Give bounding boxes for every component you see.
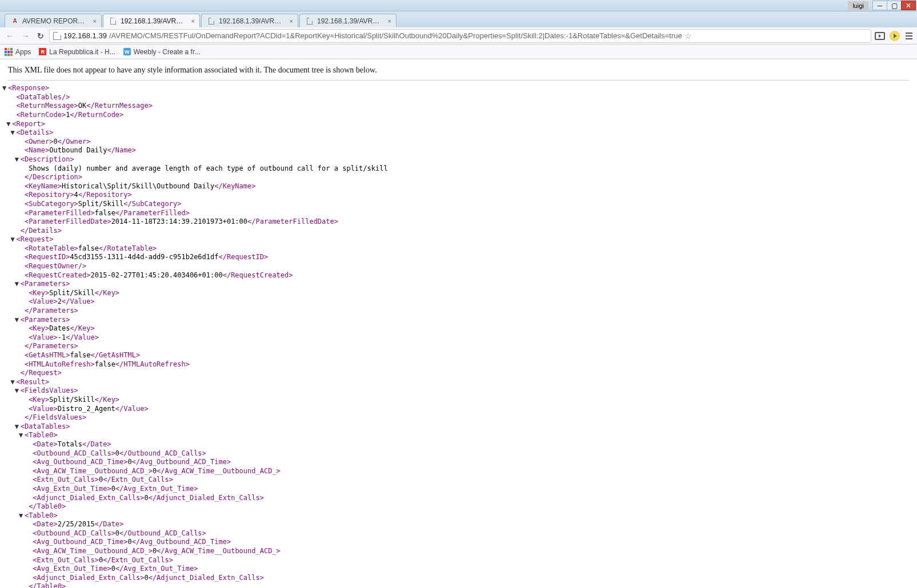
xml-node: ▼<Table0> — [8, 431, 909, 440]
xml-node: <RotateTable>false</RotateTable> — [8, 244, 909, 253]
minimize-button[interactable]: ─ — [872, 1, 887, 10]
xml-node: <Outbound_ACD_Calls>0</Outbound_ACD_Call… — [8, 529, 909, 538]
tab-close-icon[interactable]: × — [387, 18, 393, 25]
xml-node: <RequestCreated>2015-02-27T01:45:20.4034… — [8, 271, 909, 280]
xml-node: <Extn_Out_Calls>0</Extn_Out_Calls> — [8, 556, 909, 565]
close-window-button[interactable]: ✕ — [901, 1, 916, 10]
xml-node: <Avg_Extn_Out_Time>0</Avg_Extn_Out_Time> — [8, 565, 909, 574]
xml-node: ▼<Response> — [8, 84, 909, 93]
toggle-icon[interactable]: ▼ — [10, 378, 16, 387]
xml-node: <Owner>0</Owner> — [8, 138, 909, 147]
xml-node: </FieldsValues> — [8, 413, 909, 422]
xml-node: ▼<Description> — [8, 155, 909, 164]
extension-play-icon[interactable] — [890, 31, 900, 41]
xml-node: ▼<Result> — [8, 378, 909, 387]
toggle-icon[interactable]: ▼ — [15, 316, 21, 325]
forward-button[interactable]: → — [19, 30, 32, 42]
xml-node: </Description> — [8, 173, 909, 182]
xml-node: <Key>Split/Skill</Key> — [8, 289, 909, 298]
xml-node: <Value>Distro_2_Agent</Value> — [8, 405, 909, 414]
toggle-icon[interactable]: ▼ — [10, 235, 16, 244]
cast-icon[interactable] — [875, 32, 885, 40]
url-bar[interactable]: 192.168.1.39 /AVREMO/CMS/RESTFul/OnDeman… — [49, 29, 871, 43]
toggle-icon[interactable]: ▼ — [15, 155, 21, 164]
bookmark-weebly[interactable]: W Weebly - Create a fr... — [123, 48, 201, 56]
maximize-button[interactable]: ▢ — [887, 1, 902, 10]
toolbar: ← → ↻ 192.168.1.39 /AVREMO/CMS/RESTFul/O… — [0, 27, 917, 45]
apps-label: Apps — [15, 48, 31, 56]
tab-title: 192.168.1.39/AVREMO/CM — [121, 17, 187, 25]
xml-node: <Value>2</Value> — [8, 297, 909, 307]
xml-node: <GetAsHTML>false</GetAsHTML> — [8, 351, 909, 360]
page-icon — [53, 32, 61, 40]
tab-close-icon[interactable]: × — [92, 18, 98, 25]
bookmark-repubblica[interactable]: R La Repubblica.it - H... — [39, 48, 115, 56]
toolbar-right — [875, 31, 914, 41]
bookmarks-bar: Apps R La Repubblica.it - H... W Weebly … — [0, 45, 917, 59]
xml-info-banner: This XML file does not appear to have an… — [8, 65, 909, 80]
tab-close-icon[interactable]: × — [190, 18, 196, 25]
toggle-icon[interactable]: ▼ — [2, 84, 8, 93]
bookmark-label: Weebly - Create a fr... — [134, 48, 201, 56]
toggle-icon[interactable]: ▼ — [6, 120, 12, 129]
xml-node: Shows (daily) number and average length … — [8, 164, 909, 174]
tab-2[interactable]: 192.168.1.39/AVREMO/CM × — [201, 14, 298, 27]
xml-node: <Date>Totals</Date> — [8, 440, 909, 449]
xml-node: <ParameterFilled>false</ParameterFilled> — [8, 209, 909, 218]
xml-node: <Repository>4</Repository> — [8, 191, 909, 200]
xml-node: ▼<Parameters> — [8, 280, 909, 289]
favicon-r-icon: R — [39, 48, 46, 55]
url-path: /AVREMO/CMS/RESTFul/OnDemandReport?ACDid… — [109, 31, 682, 40]
user-badge: luigi — [848, 1, 868, 10]
apps-icon — [5, 48, 13, 56]
xml-node: <Date>2/25/2015</Date> — [8, 520, 909, 529]
xml-node: </Parameters> — [8, 307, 909, 316]
url-host: 192.168.1.39 — [63, 31, 107, 40]
window-chrome: luigi ─ ▢ ✕ — [0, 0, 917, 11]
bookmark-label: La Repubblica.it - H... — [49, 48, 115, 56]
xml-node: <RequestID>45cd3155-1311-4d4d-add9-c951b… — [8, 253, 909, 262]
xml-node: <SubCategory>Split/Skill</SubCategory> — [8, 200, 909, 209]
xml-node: <Avg_ACW_Time__Outbound_ACD_>0</Avg_ACW_… — [8, 467, 909, 476]
tab-title: 192.168.1.39/AVREMO/CM — [219, 17, 285, 25]
toggle-icon[interactable]: ▼ — [15, 422, 21, 432]
favicon-a-icon: A — [11, 17, 19, 25]
xml-node: <Outbound_ACD_Calls>0</Outbound_ACD_Call… — [8, 449, 909, 458]
xml-node: <HTMLAutoRefresh>false</HTMLAutoRefresh> — [8, 360, 909, 369]
xml-node: ▼<Report> — [8, 120, 909, 129]
xml-node: ▼<FieldsValues> — [8, 386, 909, 396]
tab-close-icon[interactable]: × — [289, 18, 294, 25]
toggle-icon[interactable]: ▼ — [10, 128, 16, 138]
page-content[interactable]: This XML file does not appear to have an… — [0, 59, 917, 588]
tab-title: 192.168.1.39/AVREMO/CM — [317, 17, 383, 25]
tab-strip: A AVREMO REPORT EXPLOR × 192.168.1.39/AV… — [0, 11, 917, 27]
toggle-icon[interactable]: ▼ — [15, 280, 21, 289]
xml-node: <KeyName>Historical\Split/Skill\Outbound… — [8, 182, 909, 191]
xml-node: <Adjunct_Dialed_Extn_Calls>0</Adjunct_Di… — [8, 494, 909, 503]
apps-button[interactable]: Apps — [5, 48, 31, 56]
tab-0[interactable]: A AVREMO REPORT EXPLOR × — [5, 14, 102, 27]
xml-node: <ReturnMessage>OK</ReturnMessage> — [8, 102, 909, 111]
favicon-doc-icon — [207, 17, 215, 25]
bookmark-star-icon[interactable]: ☆ — [684, 31, 692, 41]
toggle-icon[interactable]: ▼ — [19, 431, 25, 440]
xml-node: </Details> — [8, 227, 909, 236]
xml-node: ▼<Parameters> — [8, 316, 909, 325]
favicon-doc-icon — [109, 17, 117, 25]
xml-node: <RequestOwner/> — [8, 262, 909, 271]
xml-node: <DataTables/> — [8, 93, 909, 102]
xml-node: <Extn_Out_Calls>0</Extn_Out_Calls> — [8, 476, 909, 485]
tab-3[interactable]: 192.168.1.39/AVREMO/CM × — [299, 14, 397, 27]
xml-node: <ReturnCode>1</ReturnCode> — [8, 111, 909, 120]
reload-button[interactable]: ↻ — [35, 31, 46, 41]
toggle-icon[interactable]: ▼ — [15, 386, 21, 396]
back-button[interactable]: ← — [3, 30, 16, 42]
favicon-doc-icon — [306, 17, 314, 25]
xml-node: <Avg_ACW_Time__Outbound_ACD_>0</Avg_ACW_… — [8, 547, 909, 556]
tab-1[interactable]: 192.168.1.39/AVREMO/CM × — [103, 14, 200, 27]
xml-node: <Key>Dates</Key> — [8, 324, 909, 333]
xml-node: <Key>Split/Skill</Key> — [8, 396, 909, 405]
toggle-icon[interactable]: ▼ — [19, 512, 25, 521]
menu-icon[interactable] — [904, 31, 914, 41]
xml-node: </Request> — [8, 369, 909, 378]
